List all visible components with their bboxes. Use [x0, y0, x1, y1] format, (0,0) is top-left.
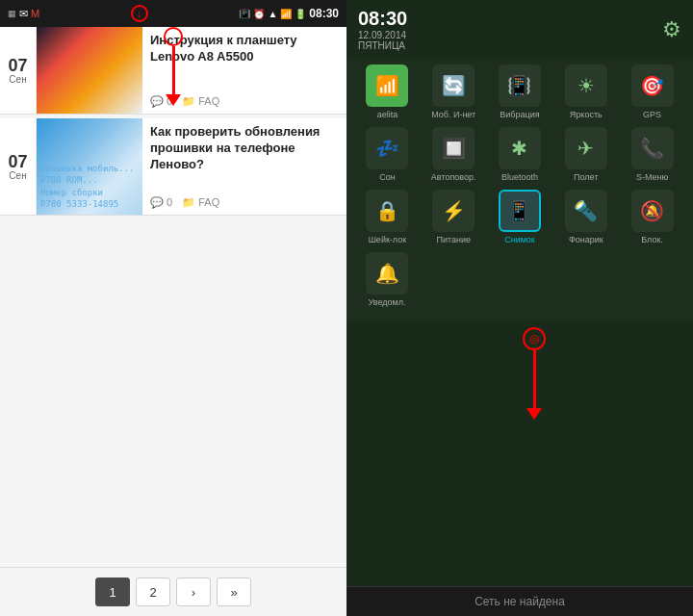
autorotate-qs-icon: 🔲 [442, 137, 466, 160]
qs-brightness[interactable]: ☀ Яркость [557, 64, 615, 119]
page-btn-2[interactable]: 2 [136, 578, 170, 606]
right-arrow-shaft [533, 350, 536, 408]
block-qs-icon: 🔕 [640, 199, 664, 222]
wifi-qs-icon: 📶 [375, 74, 399, 97]
time-date-block: 08:30 12.09.2014 ПЯТНИЦА [358, 8, 407, 51]
page-btn-next[interactable]: › [176, 578, 211, 606]
qs-bluetooth[interactable]: ✱ Bluetooth [491, 127, 549, 182]
qs-bluetooth-label: Bluetooth [501, 172, 538, 182]
article-image-2: Прошивка мобиль...P780 ROM...Номер сборк… [37, 118, 142, 215]
brightness-qs-icon: ☀ [578, 74, 595, 97]
article-image-1 [37, 27, 142, 114]
signal-icon: 📶 [280, 9, 292, 19]
mobile-data-qs-icon: 🔄 [442, 74, 466, 97]
right-arrow-tip [526, 408, 542, 420]
qs-screenshot[interactable]: 📱 Снимок [491, 190, 549, 244]
right-arrow-annotation: ◎ [523, 327, 546, 420]
qs-row-1: 📶 aelita 🔄 Моб. И-нет 📳 Вибрация ☀ [354, 64, 685, 119]
article-month-1: Сен [9, 74, 26, 85]
page-btn-1[interactable]: 1 [95, 578, 130, 606]
article-day-1: 07 [8, 57, 27, 74]
qs-autorotate[interactable]: 🔲 Автоповор. [424, 127, 482, 182]
qs-vibration[interactable]: 📳 Вибрация [491, 64, 549, 119]
qs-sleep[interactable]: 💤 Сон [358, 127, 416, 182]
page-btn-last[interactable]: » [217, 578, 251, 606]
red-circle-annotation: ↓ [131, 5, 148, 22]
qs-screenshot-label: Снимок [504, 235, 535, 244]
qs-power[interactable]: ⚡ Питание [424, 190, 482, 244]
wifi-icon: ▲ [268, 9, 277, 19]
vibration-qs-icon: 📳 [507, 74, 531, 97]
annotation-tip [166, 94, 181, 106]
qs-airplane[interactable]: ✈ Полет [557, 127, 615, 182]
qs-wifi-icon-wrap: 📶 [366, 64, 408, 107]
lenovo-icon: ▦ [8, 9, 16, 18]
screenshot-qs-icon: 📱 [507, 199, 531, 222]
left-arrow-annotation [164, 27, 183, 106]
qs-power-label: Питание [436, 235, 471, 244]
qs-power-icon-wrap: ⚡ [432, 190, 475, 232]
article-month-2: Сен [9, 170, 26, 181]
annotation-shaft [172, 46, 175, 94]
qs-row-2: 💤 Сон 🔲 Автоповор. ✱ Bluetooth ✈ [354, 127, 685, 182]
status-icons-right: 📳 ⏰ ▲ 📶 🔋 08:30 [239, 7, 339, 20]
qs-notifications-label: Уведомл. [369, 297, 406, 307]
qs-smenu-label: S-Меню [636, 172, 668, 182]
article-meta-2: 💬 0 📁 FAQ [150, 196, 339, 209]
left-panel: ▦ ✉ M ↓ 📳 ⏰ ▲ 📶 🔋 08:30 07 Сен [0, 0, 346, 616]
comment-icon-2: 💬 0 [150, 196, 172, 209]
airplane-qs-icon: ✈ [578, 137, 594, 160]
qs-mobile-data[interactable]: 🔄 Моб. И-нет [424, 64, 482, 119]
qs-shakelock-label: Шейк-лок [369, 235, 407, 244]
qs-gps-label: GPS [643, 110, 661, 119]
gmail-icon: M [31, 8, 39, 19]
article-date-2: 07 Сен [0, 118, 37, 215]
android-header: 08:30 12.09.2014 ПЯТНИЦА ⚙ [346, 0, 693, 59]
network-not-found-text: Сеть не найдена [475, 595, 565, 608]
android-time: 08:30 [358, 8, 407, 30]
network-footer: Сеть не найдена [346, 586, 693, 616]
annotation-circle [164, 27, 183, 46]
vibrate-icon: 📳 [239, 9, 250, 19]
settings-gear-icon[interactable]: ⚙ [662, 17, 681, 42]
android-date2: ПЯТНИЦА [358, 40, 407, 51]
qs-row-3: 🔒 Шейк-лок ⚡ Питание 📱 Снимок 🔦 [354, 190, 685, 244]
qs-notifications[interactable]: 🔔 Уведомл. [358, 252, 416, 307]
qs-wifi[interactable]: 📶 aelita [358, 64, 416, 119]
qs-block-icon-wrap: 🔕 [631, 190, 674, 232]
status-icons-left: ▦ ✉ M [8, 8, 39, 20]
article-card-2[interactable]: 07 Сен Прошивка мобиль...P780 ROM...Номе… [0, 118, 346, 216]
shakelock-qs-icon: 🔒 [375, 199, 399, 222]
gps-qs-icon: 🎯 [640, 74, 664, 97]
qs-mobile-data-label: Моб. И-нет [431, 110, 475, 119]
qs-row-4: 🔔 Уведомл. [354, 252, 685, 307]
overlay-text-2: Прошивка мобиль...P780 ROM...Номер сборк… [40, 163, 139, 211]
qs-notifications-icon-wrap: 🔔 [366, 252, 408, 295]
qs-block[interactable]: 🔕 Блок. [624, 190, 681, 244]
article-title-2[interactable]: Как проверить обновления прошивки на тел… [150, 124, 339, 173]
image-overlay-2: Прошивка мобиль...P780 ROM...Номер сборк… [40, 163, 139, 211]
qs-mobile-data-icon-wrap: 🔄 [432, 64, 475, 107]
qs-block-label: Блок. [641, 235, 663, 244]
qs-vibration-label: Вибрация [500, 110, 539, 119]
power-qs-icon: ⚡ [442, 199, 466, 222]
qs-flashlight[interactable]: 🔦 Фонарик [557, 190, 615, 244]
qs-smenu-icon-wrap: 📞 [631, 127, 674, 169]
article-info-2: Как проверить обновления прошивки на тел… [142, 118, 346, 215]
battery-icon: 🔋 [295, 9, 306, 19]
status-time-left: 08:30 [309, 7, 339, 20]
notifications-qs-icon: 🔔 [375, 262, 399, 285]
notifications-area [346, 321, 693, 616]
alarm-icon: ⏰ [253, 9, 265, 19]
flashlight-qs-icon: 🔦 [574, 199, 598, 222]
smenu-qs-icon: 📞 [640, 137, 664, 160]
folder-icon-2: 📁 FAQ [182, 196, 219, 209]
qs-brightness-icon-wrap: ☀ [565, 64, 607, 107]
qs-autorotate-icon-wrap: 🔲 [432, 127, 475, 169]
qs-smenu[interactable]: 📞 S-Меню [624, 127, 681, 182]
qs-gps[interactable]: 🎯 GPS [624, 64, 681, 119]
qs-shakelock[interactable]: 🔒 Шейк-лок [358, 190, 416, 244]
status-bar-left: ▦ ✉ M ↓ 📳 ⏰ ▲ 📶 🔋 08:30 [0, 0, 346, 27]
folder-icon-1: 📁 FAQ [182, 95, 219, 108]
qs-shakelock-icon-wrap: 🔒 [366, 190, 408, 232]
